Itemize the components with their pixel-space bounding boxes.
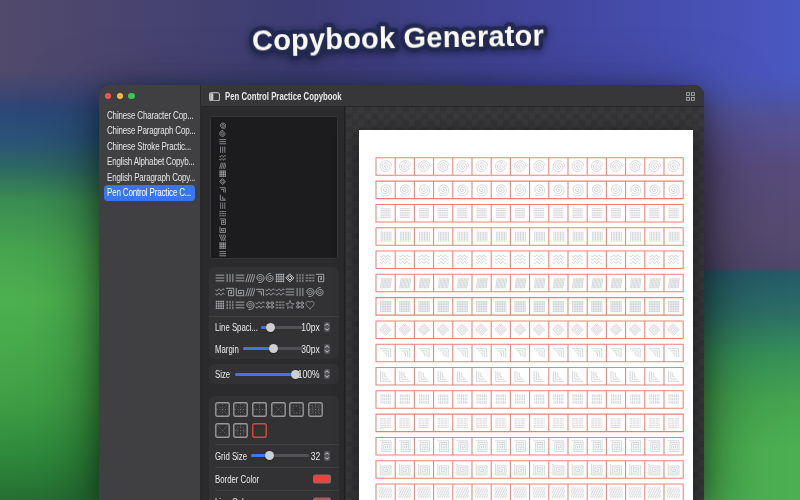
svg-text:Copybook Generator: Copybook Generator xyxy=(252,19,545,56)
